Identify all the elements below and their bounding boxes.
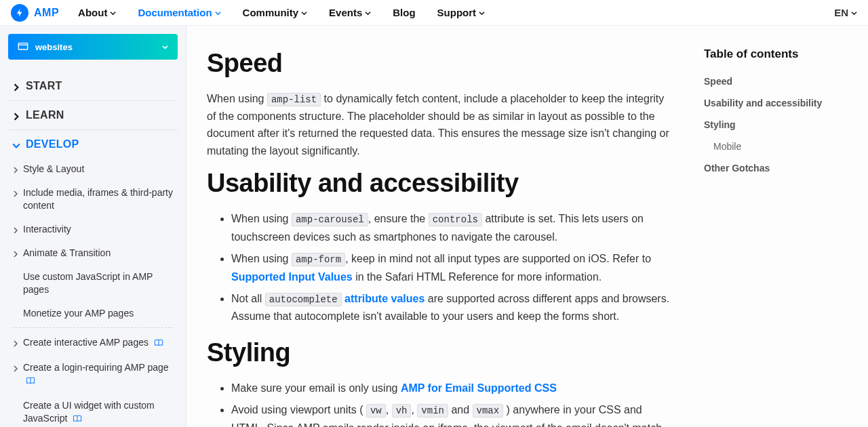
chevron-right-icon xyxy=(12,165,19,176)
styling-list: Make sure your email is only using AMP f… xyxy=(207,380,671,427)
sidebar-item-label: Animate & Transition xyxy=(23,247,111,260)
link-supported-input-values[interactable]: Supported Input Values xyxy=(231,271,353,283)
sidebar-item-label: Include media, iframes & third-party con… xyxy=(23,186,178,212)
heading-speed: Speed xyxy=(207,49,671,78)
toc-styling[interactable]: Styling xyxy=(704,114,853,136)
book-icon xyxy=(26,375,35,388)
chevron-down-icon xyxy=(851,7,857,18)
sidebar-item-label: Create interactive AMP pages xyxy=(23,336,163,350)
chevron-right-icon xyxy=(12,225,19,236)
toc-other[interactable]: Other Gotchas xyxy=(704,157,853,179)
chevron-right-icon xyxy=(12,82,20,90)
chevron-down-icon xyxy=(110,7,116,18)
nav-community[interactable]: Community xyxy=(243,7,308,18)
code-amp-list: amp-list xyxy=(267,93,321,106)
sidebar-item-label: Use custom JavaScript in AMP pages xyxy=(23,270,178,296)
nav-events[interactable]: Events xyxy=(329,7,371,18)
brand-text: AMP xyxy=(34,7,59,19)
table-of-contents: Table of contents Speed Usability and ac… xyxy=(692,26,868,427)
chevron-down-icon xyxy=(301,7,307,18)
section-start: START xyxy=(8,72,178,101)
chevron-down-icon xyxy=(365,7,371,18)
sidebar-item-label: Style & Layout xyxy=(23,163,84,176)
section-develop-header[interactable]: DEVELOP xyxy=(8,138,178,150)
code-controls: controls xyxy=(429,213,482,226)
sidebar-item[interactable]: Animate & Transition xyxy=(8,241,178,265)
nav-about[interactable]: About xyxy=(78,7,116,18)
sidebar-item[interactable]: Style & Layout xyxy=(8,157,178,181)
sidebar-item-label: Monetize your AMP pages xyxy=(23,307,134,320)
section-learn-header[interactable]: LEARN xyxy=(8,109,178,121)
sidebar-item[interactable]: Create a UI widget with custom JavaScrip… xyxy=(8,394,178,427)
section-develop: DEVELOP Style & LayoutInclude media, ifr… xyxy=(8,130,178,427)
link-amp-email-css[interactable]: AMP for Email Supported CSS xyxy=(401,382,557,394)
chevron-right-icon xyxy=(12,188,19,199)
toc-speed[interactable]: Speed xyxy=(704,70,853,92)
speed-paragraph: When using amp-list to dynamically fetch… xyxy=(207,90,671,159)
code-autocomplete: autocomplete xyxy=(265,293,342,306)
sidebar-item-label: Create a login-requiring AMP page xyxy=(23,361,178,388)
sidebar-item[interactable]: Use custom JavaScript in AMP pages xyxy=(8,265,178,302)
heading-usability: Usability and accessibility xyxy=(207,169,671,198)
chevron-down-icon xyxy=(162,41,168,53)
sidebar: websites START LEARN DEVELOP Style & Lay… xyxy=(0,26,186,427)
chevron-down-icon xyxy=(215,7,221,18)
svg-rect-0 xyxy=(18,43,27,49)
main-content: Speed When using amp-list to dynamically… xyxy=(186,26,692,427)
heading-styling: Styling xyxy=(207,338,671,367)
top-nav: AMP About Documentation Community Events… xyxy=(0,0,868,26)
websites-icon xyxy=(18,41,28,52)
code-amp-form: amp-form xyxy=(292,253,345,266)
language-selector[interactable]: EN xyxy=(834,7,857,18)
toc-usability[interactable]: Usability and accessibility xyxy=(704,92,853,114)
chevron-down-icon xyxy=(479,7,485,18)
sidebar-item[interactable]: Create interactive AMP pages xyxy=(8,331,178,356)
section-start-header[interactable]: START xyxy=(8,80,178,92)
toc-title: Table of contents xyxy=(704,47,853,61)
chevron-down-icon xyxy=(12,140,20,148)
list-item: Make sure your email is only using AMP f… xyxy=(231,380,671,397)
list-item: When using amp-form, keep in mind not al… xyxy=(231,250,671,286)
sidebar-item[interactable]: Include media, iframes & third-party con… xyxy=(8,181,178,218)
sidebar-item[interactable]: Create a login-requiring AMP page xyxy=(8,356,178,394)
site-selector-label: websites xyxy=(35,42,73,52)
chevron-right-icon xyxy=(12,338,19,349)
sidebar-item-label: Interactivity xyxy=(23,223,71,236)
chevron-right-icon xyxy=(12,249,19,260)
nav-items: About Documentation Community Events Blo… xyxy=(78,7,834,18)
section-learn: LEARN xyxy=(8,101,178,130)
logo[interactable]: AMP xyxy=(11,4,59,22)
link-attribute-values[interactable]: attribute values xyxy=(344,293,425,304)
toc-mobile[interactable]: Mobile xyxy=(704,136,853,157)
chevron-right-icon xyxy=(12,111,20,119)
usability-list: When using amp-carousel, ensure the cont… xyxy=(207,210,671,325)
amp-bolt-icon xyxy=(11,4,28,22)
chevron-right-icon xyxy=(12,363,19,374)
code-amp-carousel: amp-carousel xyxy=(292,213,368,226)
list-item: Avoid using viewport units ( vw, vh, vmi… xyxy=(231,401,671,427)
site-selector[interactable]: websites xyxy=(8,34,178,60)
list-item: Not all autocomplete attribute values ar… xyxy=(231,290,671,326)
list-item: When using amp-carousel, ensure the cont… xyxy=(231,210,671,246)
nav-support[interactable]: Support xyxy=(437,7,486,18)
book-icon xyxy=(154,338,163,350)
nav-blog[interactable]: Blog xyxy=(393,7,415,18)
sidebar-item[interactable]: Monetize your AMP pages xyxy=(8,302,178,325)
sidebar-item-label: Create a UI widget with custom JavaScrip… xyxy=(23,399,178,426)
nav-documentation[interactable]: Documentation xyxy=(138,7,220,18)
book-icon xyxy=(73,413,82,426)
sidebar-item[interactable]: Interactivity xyxy=(8,218,178,241)
